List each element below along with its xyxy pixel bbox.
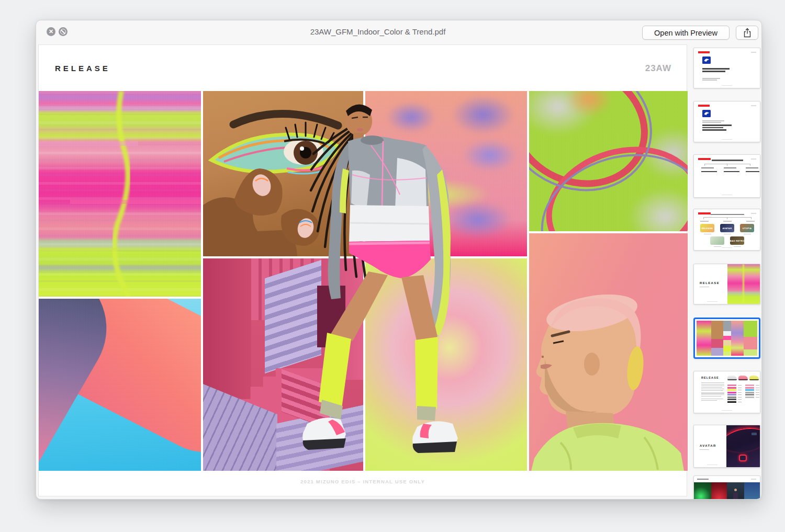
thumbnail-page-9[interactable] — [693, 476, 760, 500]
logo-icon — [702, 110, 711, 117]
thumb-glitch-image — [727, 264, 760, 304]
collage-image-marble-swirl — [529, 91, 688, 231]
page-title: RELEASE — [55, 64, 110, 73]
thumb-avatar-image — [726, 425, 760, 467]
thumbnail-page-1[interactable] — [693, 48, 760, 88]
shoe-yellow-icon — [749, 376, 759, 380]
swatch-column-left — [727, 384, 742, 403]
thumb-release-title: RELEASE — [700, 281, 720, 285]
thumbnail-page-4[interactable]: RELEASEAVATARUTOPIABAD RETRO — [693, 209, 760, 251]
logo-icon — [702, 56, 711, 64]
swatch-column-right — [745, 384, 760, 399]
thumbnail-page-3[interactable] — [693, 154, 760, 198]
thumb-moodboard-mini — [697, 321, 757, 356]
collage-cutout-standing-model — [298, 91, 502, 462]
theme-card — [710, 236, 724, 245]
season-label: 23AW — [645, 63, 671, 74]
thumbnail-page-8[interactable]: AVATAR — [693, 425, 760, 468]
moodboard-collage — [39, 91, 687, 471]
theme-card: AVATAR — [720, 224, 734, 232]
shoe-pink-icon — [738, 376, 748, 380]
thumbnail-sidebar: RELEASEAVATARUTOPIABAD RETRO RELEASE — [691, 20, 762, 500]
thumbnail-page-2[interactable] — [693, 101, 760, 142]
shoe-white-icon — [727, 376, 737, 380]
theme-card: BAD RETRO — [730, 236, 744, 245]
thumb-avatar-title: AVATAR — [700, 444, 716, 447]
theme-card: RELEASE — [700, 224, 714, 232]
theme-card: UTOPIA — [740, 224, 754, 232]
collage-image-leggings — [39, 299, 201, 471]
window-title: 23AW_GFM_Indoor_Color & Trend.pdf — [141, 27, 615, 37]
close-icon[interactable]: ✕ — [47, 27, 55, 36]
collage-image-glitch — [39, 91, 201, 297]
preview-window: ✕ 23AW_GFM_Indoor_Color & Trend.pdf Open… — [36, 20, 762, 500]
thumb-release-palette-title: RELEASE — [701, 376, 719, 379]
collage-image-man-profile — [529, 233, 688, 471]
footer-note: 2021 MIZUNO EDIS – INTERNAL USE ONLY — [39, 479, 687, 484]
block-icon[interactable] — [59, 27, 68, 36]
pdf-page: RELEASE 23AW — [38, 44, 687, 496]
thumbnail-page-5[interactable]: RELEASE — [693, 264, 760, 304]
thumb-avatar-collage — [694, 482, 760, 500]
theme-cards: RELEASEAVATARUTOPIABAD RETRO — [694, 224, 760, 249]
thumbnail-page-6-selected[interactable] — [693, 318, 760, 359]
thumbnail-page-7[interactable]: RELEASE — [693, 371, 760, 413]
